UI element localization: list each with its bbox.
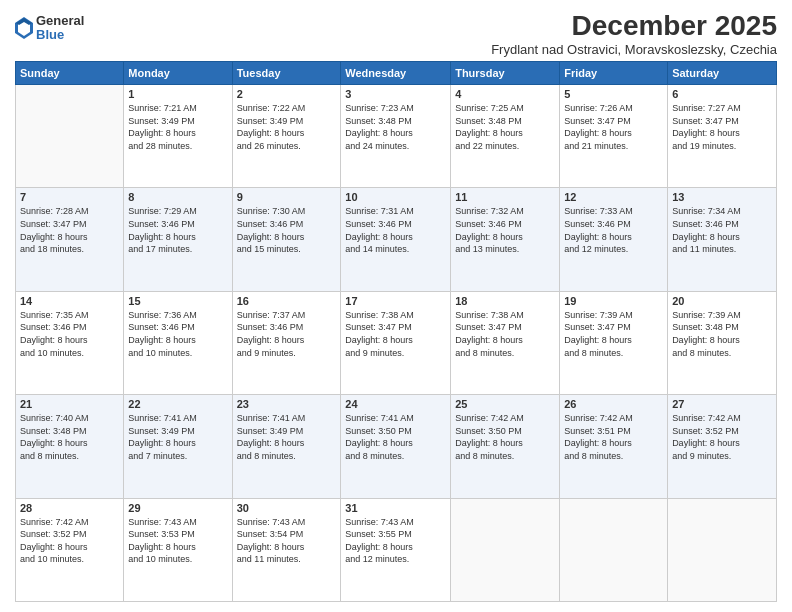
week-row-1: 1Sunrise: 7:21 AM Sunset: 3:49 PM Daylig… bbox=[16, 85, 777, 188]
day-cell: 7Sunrise: 7:28 AM Sunset: 3:47 PM Daylig… bbox=[16, 188, 124, 291]
day-content: Sunrise: 7:42 AM Sunset: 3:51 PM Dayligh… bbox=[564, 412, 663, 462]
day-cell: 20Sunrise: 7:39 AM Sunset: 3:48 PM Dayli… bbox=[668, 291, 777, 394]
day-cell: 26Sunrise: 7:42 AM Sunset: 3:51 PM Dayli… bbox=[560, 395, 668, 498]
day-number: 11 bbox=[455, 191, 555, 203]
week-row-5: 28Sunrise: 7:42 AM Sunset: 3:52 PM Dayli… bbox=[16, 498, 777, 601]
day-number: 25 bbox=[455, 398, 555, 410]
day-cell: 16Sunrise: 7:37 AM Sunset: 3:46 PM Dayli… bbox=[232, 291, 341, 394]
day-number: 22 bbox=[128, 398, 227, 410]
day-content: Sunrise: 7:43 AM Sunset: 3:53 PM Dayligh… bbox=[128, 516, 227, 566]
subtitle: Frydlant nad Ostravici, Moravskoslezsky,… bbox=[491, 42, 777, 57]
logo-icon bbox=[15, 17, 33, 39]
day-content: Sunrise: 7:31 AM Sunset: 3:46 PM Dayligh… bbox=[345, 205, 446, 255]
day-cell: 1Sunrise: 7:21 AM Sunset: 3:49 PM Daylig… bbox=[124, 85, 232, 188]
day-number: 18 bbox=[455, 295, 555, 307]
day-cell: 18Sunrise: 7:38 AM Sunset: 3:47 PM Dayli… bbox=[451, 291, 560, 394]
day-cell: 10Sunrise: 7:31 AM Sunset: 3:46 PM Dayli… bbox=[341, 188, 451, 291]
day-number: 6 bbox=[672, 88, 772, 100]
logo: General Blue bbox=[15, 14, 84, 43]
day-number: 14 bbox=[20, 295, 119, 307]
day-cell: 14Sunrise: 7:35 AM Sunset: 3:46 PM Dayli… bbox=[16, 291, 124, 394]
day-cell: 4Sunrise: 7:25 AM Sunset: 3:48 PM Daylig… bbox=[451, 85, 560, 188]
day-content: Sunrise: 7:43 AM Sunset: 3:54 PM Dayligh… bbox=[237, 516, 337, 566]
day-number: 27 bbox=[672, 398, 772, 410]
day-number: 10 bbox=[345, 191, 446, 203]
day-number: 2 bbox=[237, 88, 337, 100]
day-number: 13 bbox=[672, 191, 772, 203]
day-number: 28 bbox=[20, 502, 119, 514]
day-content: Sunrise: 7:42 AM Sunset: 3:52 PM Dayligh… bbox=[672, 412, 772, 462]
day-number: 23 bbox=[237, 398, 337, 410]
header-cell-saturday: Saturday bbox=[668, 62, 777, 85]
day-content: Sunrise: 7:25 AM Sunset: 3:48 PM Dayligh… bbox=[455, 102, 555, 152]
day-number: 24 bbox=[345, 398, 446, 410]
day-content: Sunrise: 7:39 AM Sunset: 3:47 PM Dayligh… bbox=[564, 309, 663, 359]
day-number: 12 bbox=[564, 191, 663, 203]
day-content: Sunrise: 7:22 AM Sunset: 3:49 PM Dayligh… bbox=[237, 102, 337, 152]
main-title: December 2025 bbox=[491, 10, 777, 42]
logo-general: General bbox=[36, 14, 84, 28]
day-number: 17 bbox=[345, 295, 446, 307]
day-content: Sunrise: 7:35 AM Sunset: 3:46 PM Dayligh… bbox=[20, 309, 119, 359]
day-cell: 12Sunrise: 7:33 AM Sunset: 3:46 PM Dayli… bbox=[560, 188, 668, 291]
day-cell: 19Sunrise: 7:39 AM Sunset: 3:47 PM Dayli… bbox=[560, 291, 668, 394]
header-cell-friday: Friday bbox=[560, 62, 668, 85]
day-content: Sunrise: 7:38 AM Sunset: 3:47 PM Dayligh… bbox=[455, 309, 555, 359]
day-cell bbox=[451, 498, 560, 601]
header-cell-thursday: Thursday bbox=[451, 62, 560, 85]
day-number: 19 bbox=[564, 295, 663, 307]
day-content: Sunrise: 7:41 AM Sunset: 3:49 PM Dayligh… bbox=[128, 412, 227, 462]
day-content: Sunrise: 7:40 AM Sunset: 3:48 PM Dayligh… bbox=[20, 412, 119, 462]
day-content: Sunrise: 7:28 AM Sunset: 3:47 PM Dayligh… bbox=[20, 205, 119, 255]
day-cell: 3Sunrise: 7:23 AM Sunset: 3:48 PM Daylig… bbox=[341, 85, 451, 188]
title-block: December 2025 Frydlant nad Ostravici, Mo… bbox=[491, 10, 777, 57]
day-cell: 29Sunrise: 7:43 AM Sunset: 3:53 PM Dayli… bbox=[124, 498, 232, 601]
day-cell bbox=[16, 85, 124, 188]
day-number: 8 bbox=[128, 191, 227, 203]
day-cell: 23Sunrise: 7:41 AM Sunset: 3:49 PM Dayli… bbox=[232, 395, 341, 498]
day-number: 4 bbox=[455, 88, 555, 100]
week-row-4: 21Sunrise: 7:40 AM Sunset: 3:48 PM Dayli… bbox=[16, 395, 777, 498]
day-cell: 11Sunrise: 7:32 AM Sunset: 3:46 PM Dayli… bbox=[451, 188, 560, 291]
header-row: SundayMondayTuesdayWednesdayThursdayFrid… bbox=[16, 62, 777, 85]
day-number: 1 bbox=[128, 88, 227, 100]
day-number: 26 bbox=[564, 398, 663, 410]
day-content: Sunrise: 7:42 AM Sunset: 3:52 PM Dayligh… bbox=[20, 516, 119, 566]
day-number: 21 bbox=[20, 398, 119, 410]
day-content: Sunrise: 7:42 AM Sunset: 3:50 PM Dayligh… bbox=[455, 412, 555, 462]
week-row-2: 7Sunrise: 7:28 AM Sunset: 3:47 PM Daylig… bbox=[16, 188, 777, 291]
day-cell: 2Sunrise: 7:22 AM Sunset: 3:49 PM Daylig… bbox=[232, 85, 341, 188]
day-number: 5 bbox=[564, 88, 663, 100]
day-number: 16 bbox=[237, 295, 337, 307]
day-cell: 24Sunrise: 7:41 AM Sunset: 3:50 PM Dayli… bbox=[341, 395, 451, 498]
day-cell bbox=[668, 498, 777, 601]
day-number: 20 bbox=[672, 295, 772, 307]
day-content: Sunrise: 7:29 AM Sunset: 3:46 PM Dayligh… bbox=[128, 205, 227, 255]
day-content: Sunrise: 7:23 AM Sunset: 3:48 PM Dayligh… bbox=[345, 102, 446, 152]
day-cell: 8Sunrise: 7:29 AM Sunset: 3:46 PM Daylig… bbox=[124, 188, 232, 291]
day-cell: 22Sunrise: 7:41 AM Sunset: 3:49 PM Dayli… bbox=[124, 395, 232, 498]
day-cell: 21Sunrise: 7:40 AM Sunset: 3:48 PM Dayli… bbox=[16, 395, 124, 498]
day-content: Sunrise: 7:21 AM Sunset: 3:49 PM Dayligh… bbox=[128, 102, 227, 152]
logo-text: General Blue bbox=[36, 14, 84, 43]
day-cell: 13Sunrise: 7:34 AM Sunset: 3:46 PM Dayli… bbox=[668, 188, 777, 291]
header-cell-sunday: Sunday bbox=[16, 62, 124, 85]
day-content: Sunrise: 7:30 AM Sunset: 3:46 PM Dayligh… bbox=[237, 205, 337, 255]
day-cell: 9Sunrise: 7:30 AM Sunset: 3:46 PM Daylig… bbox=[232, 188, 341, 291]
day-cell: 25Sunrise: 7:42 AM Sunset: 3:50 PM Dayli… bbox=[451, 395, 560, 498]
header-cell-wednesday: Wednesday bbox=[341, 62, 451, 85]
day-number: 9 bbox=[237, 191, 337, 203]
day-content: Sunrise: 7:36 AM Sunset: 3:46 PM Dayligh… bbox=[128, 309, 227, 359]
day-cell: 15Sunrise: 7:36 AM Sunset: 3:46 PM Dayli… bbox=[124, 291, 232, 394]
day-cell: 30Sunrise: 7:43 AM Sunset: 3:54 PM Dayli… bbox=[232, 498, 341, 601]
day-number: 29 bbox=[128, 502, 227, 514]
day-cell: 27Sunrise: 7:42 AM Sunset: 3:52 PM Dayli… bbox=[668, 395, 777, 498]
day-content: Sunrise: 7:27 AM Sunset: 3:47 PM Dayligh… bbox=[672, 102, 772, 152]
day-number: 7 bbox=[20, 191, 119, 203]
calendar-table: SundayMondayTuesdayWednesdayThursdayFrid… bbox=[15, 61, 777, 602]
day-number: 30 bbox=[237, 502, 337, 514]
page: General Blue December 2025 Frydlant nad … bbox=[0, 0, 792, 612]
logo-blue: Blue bbox=[36, 28, 84, 42]
day-content: Sunrise: 7:37 AM Sunset: 3:46 PM Dayligh… bbox=[237, 309, 337, 359]
day-content: Sunrise: 7:26 AM Sunset: 3:47 PM Dayligh… bbox=[564, 102, 663, 152]
